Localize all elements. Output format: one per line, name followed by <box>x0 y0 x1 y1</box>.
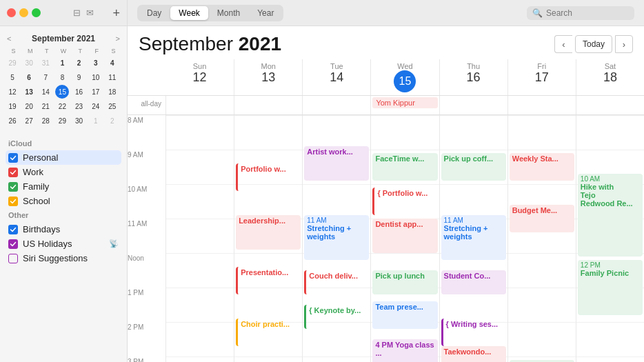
mini-cal-day[interactable]: 11 <box>105 70 119 84</box>
hour-line <box>508 184 576 185</box>
calendar-event[interactable]: Dentist app... <box>372 219 437 253</box>
sidebar-item-work[interactable]: Work <box>6 165 121 179</box>
day-header-fri[interactable]: Fri17 <box>507 59 576 95</box>
calendar-event[interactable]: 12 PMFamily Picnic <box>578 260 643 315</box>
mini-cal-day[interactable]: 16 <box>72 85 86 99</box>
mini-cal-prev[interactable]: < <box>6 33 12 44</box>
mini-cal-day[interactable]: 7 <box>39 70 52 84</box>
calendar-event[interactable]: { Portfolio w... <box>372 188 437 215</box>
mini-cal-day[interactable]: 29 <box>6 56 19 70</box>
calendar-event[interactable]: Budget Me... <box>510 205 574 232</box>
cal-name: Siri Suggestions <box>23 253 88 263</box>
calendar-event[interactable]: { Keynote by... <box>304 305 369 329</box>
mini-cal-day[interactable]: 5 <box>6 70 19 84</box>
calendar-event[interactable]: Artist work... <box>304 146 369 181</box>
add-event-button[interactable]: + <box>112 7 120 19</box>
day-header-thu[interactable]: Thu16 <box>439 59 507 95</box>
day-header-mon[interactable]: Mon13 <box>234 59 302 95</box>
calendar-event[interactable]: Student Co... <box>441 270 506 294</box>
tab-month[interactable]: Month <box>209 6 248 20</box>
mini-cal-day[interactable]: 14 <box>39 85 52 99</box>
sidebar-item-school[interactable]: School <box>6 194 121 208</box>
mini-cal-day[interactable]: 29 <box>55 114 69 128</box>
calendar-event[interactable]: { Writing ses... <box>441 319 506 346</box>
day-header-sat[interactable]: Sat18 <box>576 59 644 95</box>
prev-week-button[interactable]: ‹ <box>554 35 572 53</box>
calendar-event[interactable]: Taekwondo... <box>441 346 506 362</box>
mini-cal-day[interactable]: 30 <box>22 56 36 70</box>
calendar-event[interactable]: Team prese... <box>372 301 437 329</box>
day-header-sun[interactable]: Sun12 <box>165 59 234 95</box>
calendar-event[interactable]: Leadership... <box>236 215 301 250</box>
mini-cal-day[interactable]: 31 <box>39 56 52 70</box>
calendar-event[interactable]: 4 PM Yoga class ... <box>372 339 437 362</box>
calendar-event[interactable]: Presentatio... <box>236 267 301 294</box>
mini-cal-day[interactable]: 13 <box>22 85 36 99</box>
sidebar-item-personal[interactable]: Personal <box>6 150 121 165</box>
mini-cal-day[interactable]: 30 <box>72 114 86 128</box>
calendar-event[interactable]: Weekly Sta... <box>510 153 574 181</box>
mini-cal-day[interactable]: 1 <box>89 114 103 128</box>
mini-cal-grid: SMTWTFS293031123456789101112131415161718… <box>6 47 121 128</box>
time-label: 9 AM <box>128 150 165 184</box>
calendar-event[interactable]: FaceTime w... <box>372 153 437 181</box>
mini-cal-day[interactable]: 26 <box>6 114 19 128</box>
fullscreen-button[interactable] <box>32 8 41 17</box>
sidebar-item-family[interactable]: Family <box>6 179 121 194</box>
mini-cal-day[interactable]: 22 <box>55 99 69 113</box>
tab-year[interactable]: Year <box>249 6 282 20</box>
mini-cal-day[interactable]: 6 <box>22 70 36 84</box>
sidebar-item-birthdays[interactable]: Birthdays <box>6 222 121 237</box>
mini-cal-day[interactable]: 20 <box>22 99 36 113</box>
mini-cal-day[interactable]: 4 <box>105 56 119 70</box>
mini-cal-day[interactable]: 2 <box>105 114 119 128</box>
mini-cal-day[interactable]: 17 <box>89 85 103 99</box>
today-button[interactable]: Today <box>575 35 612 53</box>
minimize-button[interactable] <box>19 8 28 17</box>
mini-cal-day[interactable]: 10 <box>89 70 103 84</box>
close-button[interactable] <box>7 8 16 17</box>
calendar-event[interactable]: Couch deliv... <box>304 270 369 294</box>
calendar-event[interactable]: 10 AMHike with Tejo Redwood Re... <box>578 174 643 257</box>
mini-cal-day[interactable]: 12 <box>6 85 19 99</box>
mini-cal-day[interactable]: 24 <box>89 99 103 113</box>
mini-cal-day[interactable]: 25 <box>105 99 119 113</box>
mini-cal-day[interactable]: 27 <box>22 114 36 128</box>
tab-day[interactable]: Day <box>139 6 170 20</box>
mini-cal-day[interactable]: 15 <box>55 85 69 99</box>
sidebar-item-siri-suggestions[interactable]: Siri Suggestions <box>6 251 121 265</box>
all-day-event[interactable]: Yom Kippur <box>372 97 437 108</box>
all-day-cell <box>234 96 302 114</box>
search-box[interactable]: 🔍 <box>527 6 634 20</box>
calendar-event[interactable]: Pick up lunch <box>372 270 437 294</box>
mail-icon[interactable]: ✉ <box>86 8 94 18</box>
mini-cal-day[interactable]: 21 <box>39 99 52 113</box>
day-header-wed[interactable]: Wed15 <box>370 59 439 95</box>
next-week-button[interactable]: › <box>615 35 633 53</box>
calendar-event[interactable]: 11 AMStretching + weights <box>441 215 506 260</box>
search-input[interactable] <box>546 8 629 18</box>
tab-week[interactable]: Week <box>170 6 208 20</box>
mini-cal-next[interactable]: > <box>114 33 121 44</box>
calendar-event[interactable]: 11 AMStretching + weights <box>304 215 369 260</box>
mini-cal-day[interactable]: 18 <box>105 85 119 99</box>
mini-cal-day[interactable]: 3 <box>89 56 103 70</box>
mini-cal-day[interactable]: 23 <box>72 99 86 113</box>
sidebar-toggle-icon[interactable]: ⊟ <box>73 8 81 18</box>
calendar-event[interactable]: Portfolio w... <box>236 163 301 191</box>
mini-cal-day[interactable]: 1 <box>55 56 69 70</box>
calendar-event[interactable]: Pick up coff... <box>441 153 506 181</box>
mini-cal-day[interactable]: 9 <box>72 70 86 84</box>
mini-cal-day[interactable]: 28 <box>39 114 52 128</box>
view-tabs: Day Week Month Year <box>137 5 283 21</box>
event-title: Choir practi... <box>241 320 298 328</box>
calendar-event[interactable]: Choir practi... <box>236 319 301 346</box>
day-header-tue[interactable]: Tue14 <box>302 59 370 95</box>
cal-name: Family <box>23 181 49 192</box>
mini-cal-day[interactable]: 19 <box>6 99 19 113</box>
mini-cal-day[interactable]: 2 <box>72 56 86 70</box>
time-label: 8 AM <box>128 115 165 150</box>
sidebar-item-us-holidays[interactable]: US Holidays📡 <box>6 237 121 251</box>
mini-cal-day[interactable]: 8 <box>55 70 69 84</box>
hour-line <box>440 115 507 116</box>
